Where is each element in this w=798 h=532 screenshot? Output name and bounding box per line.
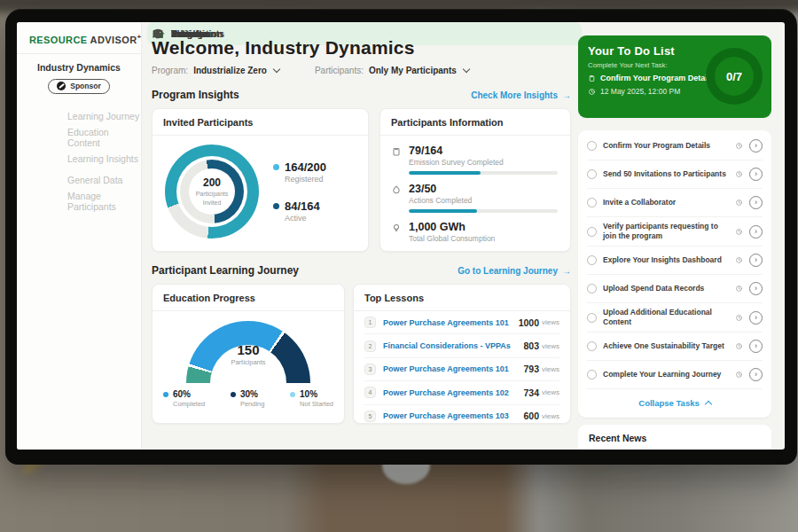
survey-icon (391, 146, 402, 157)
recent-news-title: Recent News (589, 433, 761, 443)
learning-cards-row: Education Progress 150 Participants (152, 284, 571, 424)
legend-item-pending: 30% Pending (231, 389, 265, 408)
task-checkbox[interactable] (587, 313, 597, 323)
learning-journey-header: Participant Learning Journey Go to Learn… (152, 264, 571, 277)
logo-resource: RESOURCE (29, 35, 88, 45)
lesson-rank-badge: 4 (364, 387, 376, 398)
chevron-right-icon[interactable]: › (749, 368, 763, 381)
task-row-send-50-invitations-to-participants[interactable]: Send 50 Invitations to Participants › (587, 160, 763, 189)
participants-information-card: Participants Information 79/164 Emission… (379, 108, 571, 252)
learning-journey-title: Participant Learning Journey (152, 264, 299, 277)
sponsor-badge[interactable]: Sponsor (48, 79, 109, 94)
chevron-right-icon[interactable]: › (749, 225, 763, 239)
consumption-icon (391, 223, 402, 233)
lesson-rank-badge: 1 (364, 317, 376, 328)
chevron-right-icon[interactable]: › (749, 254, 763, 267)
participants-stats: 79/164 Emission Survey Completed (380, 136, 570, 250)
education-progress-title: Education Progress (153, 285, 344, 311)
chevron-right-icon[interactable]: › (749, 282, 763, 295)
gauge-center-label: 150 Participants (186, 342, 310, 366)
right-panel: Your To Do List Complete Your Next Task:… (576, 22, 785, 450)
invited-legend: 164/200 Registered 84/164 Active (273, 160, 326, 223)
education-progress-gauge: 150 Participants (186, 321, 310, 383)
sidebar-nav: Home Insights Education Learning Journey (17, 106, 141, 212)
arrow-right-icon: → (562, 90, 571, 100)
lesson-link[interactable]: Power Purchase Agreements 101 (383, 318, 519, 327)
actions-icon (391, 184, 402, 195)
lesson-row-power-purchase-agreements-101: 3 Power Purchase Agreements 101 793 view… (364, 358, 559, 381)
page-title: Welcome, Industry Dynamics (152, 37, 571, 59)
go-to-learning-journey-link[interactable]: Go to Learning Journey→ (458, 266, 571, 276)
lesson-link[interactable]: Power Purchase Agreements 102 (383, 388, 523, 397)
legend-item-completed: 60% Completed (163, 389, 205, 408)
clock-icon (735, 371, 743, 379)
task-row-achieve-one-sustainability-target[interactable]: Achieve One Sustainability Target › (587, 332, 763, 361)
education-progress-legend: 60% Completed 30% Pending (163, 389, 333, 408)
clock-icon (735, 142, 743, 150)
participants-information-title: Participants Information (380, 109, 570, 136)
lesson-rank-badge: 5 (364, 411, 376, 422)
legend-dot (273, 203, 279, 209)
progress-bar (409, 209, 558, 213)
task-checkbox[interactable] (587, 341, 597, 351)
program-filter[interactable]: Program: Industrialize Zero (152, 66, 279, 75)
recent-news-card: Recent News (578, 425, 771, 450)
participants-filter[interactable]: Participants: Only My Participants (315, 66, 469, 75)
chevron-right-icon[interactable]: › (749, 340, 763, 353)
logo-advisor: ADVISOR+ (90, 35, 142, 45)
chevron-right-icon[interactable]: › (749, 311, 763, 325)
stat-row-actions-completed: 23/50 Actions Completed (391, 183, 559, 213)
task-checkbox[interactable] (587, 141, 597, 151)
lesson-link[interactable]: Power Purchase Agreements 103 (383, 411, 523, 420)
invited-donut-chart: 200 Participants Invited (165, 145, 259, 239)
task-row-upload-spend-data-records[interactable]: Upload Spend Data Records › (587, 275, 763, 303)
legend-dot (273, 164, 279, 170)
lesson-link[interactable]: Financial Considerations - VPPAs (383, 341, 523, 350)
task-checkbox[interactable] (587, 255, 597, 265)
sidebar-item-manage-participants[interactable]: Manage Participants (17, 191, 141, 212)
collapse-tasks-link[interactable]: Collapse Tasks (578, 389, 771, 416)
sidebar-item-general-data[interactable]: General Data (17, 169, 141, 191)
sidebar-item-education-content[interactable]: Education Content (17, 127, 141, 148)
top-lessons-list: 1 Power Purchase Agreements 101 1000 vie… (354, 311, 570, 424)
sidebar-item-learning-insights[interactable]: Learning Insights (17, 148, 141, 169)
arrow-right-icon: → (562, 266, 571, 276)
invited-participants-title: Invited Participants (153, 109, 368, 136)
legend-dot (163, 392, 168, 397)
participants-filter-label: Participants: (315, 66, 364, 75)
chevron-right-icon[interactable]: › (749, 168, 763, 181)
task-checkbox[interactable] (587, 198, 597, 207)
lesson-link[interactable]: Power Purchase Agreements 101 (383, 364, 523, 373)
legend-item-registered: 164/200 Registered (273, 160, 326, 184)
task-checkbox[interactable] (587, 169, 597, 179)
task-row-explore-your-insights-dashboard[interactable]: Explore Your Insights Dashboard › (587, 246, 763, 275)
task-row-verify-participants-requesting-to-join-t[interactable]: Verify participants requesting to join t… (587, 217, 763, 246)
todo-progress-ring: 0/7 (706, 48, 763, 105)
clock-icon (735, 170, 743, 178)
dashboard-screen: RESOURCE ADVISOR+ Industry Dynamics Spon… (17, 22, 785, 450)
task-row-upload-additional-educational-content[interactable]: Upload Additional Educational Content › (587, 303, 763, 332)
sponsor-label: Sponsor (70, 82, 100, 90)
tasks-list: Confirm Your Program Details › Send 50 I… (578, 132, 771, 389)
check-more-insights-link[interactable]: Check More Insights→ (471, 90, 571, 100)
task-checkbox[interactable] (587, 370, 597, 379)
monitor-bezel: RESOURCE ADVISOR+ Industry Dynamics Spon… (5, 9, 797, 465)
chevron-up-icon (704, 400, 711, 407)
sponsor-icon (57, 82, 66, 90)
stat-row-emission-survey-completed: 79/164 Emission Survey Completed (391, 145, 559, 175)
legend-dot (290, 392, 295, 397)
sidebar-item-learning-journey[interactable]: Learning Journey (17, 106, 141, 127)
task-row-confirm-your-program-details[interactable]: Confirm Your Program Details › (587, 132, 763, 160)
tasks-list-card: Confirm Your Program Details › Send 50 I… (578, 130, 771, 418)
task-row-invite-a-collaborator[interactable]: Invite a Collaborator › (587, 189, 763, 217)
sidebar: RESOURCE ADVISOR+ Industry Dynamics Spon… (17, 22, 142, 450)
task-checkbox[interactable] (587, 284, 597, 293)
clock-icon (735, 256, 743, 264)
chevron-down-icon (273, 66, 280, 73)
task-row-complete-your-learning-journey[interactable]: Complete Your Learning Journey › (587, 361, 763, 389)
lesson-row-financial-considerations-vppas: 2 Financial Considerations - VPPAs 803 v… (364, 334, 559, 357)
task-checkbox[interactable] (587, 227, 597, 237)
program-insights-header: Program Insights Check More Insights→ (152, 89, 571, 101)
chevron-right-icon[interactable]: › (749, 139, 763, 153)
chevron-right-icon[interactable]: › (749, 196, 763, 209)
